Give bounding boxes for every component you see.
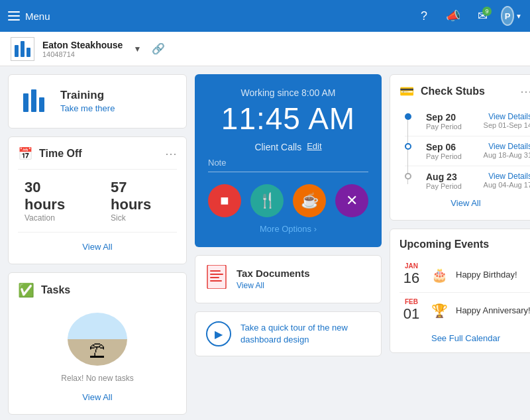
training-icon	[19, 85, 51, 117]
event-month: FEB	[399, 298, 423, 305]
svg-rect-7	[210, 270, 221, 272]
company-id: 14048714	[42, 50, 123, 58]
tax-view-all[interactable]: View All	[237, 281, 264, 290]
check-stubs-menu[interactable]: ⋯	[520, 84, 530, 99]
stub-info: Sep 06 Pay Period	[418, 142, 462, 160]
stub-view-details[interactable]: View Details	[484, 172, 530, 181]
coffee-button[interactable]: ☕	[293, 184, 326, 217]
link-icon[interactable]: 🔗	[152, 42, 165, 55]
clock-actions: ■ 🍴 ☕ ✕	[208, 184, 368, 217]
svg-rect-4	[31, 89, 36, 112]
left-column: Training Take me there 📅 Time Off ⋯ 30 h…	[8, 74, 187, 415]
check-stubs-view-all[interactable]: View All	[399, 195, 530, 211]
company-name: Eaton Steakhouse	[42, 40, 123, 50]
event-item: FEB 01 🏆 Happy Anniversary!	[399, 293, 530, 328]
megaphone-icon: 📣	[446, 9, 460, 23]
training-link[interactable]: Take me there	[60, 103, 115, 113]
right-column: 💳 Check Stubs ⋯ Sep 20 Pay Period View D…	[390, 74, 530, 415]
event-month: JAN	[399, 262, 423, 270]
stub-date: Sep 06	[426, 142, 462, 152]
company-dropdown[interactable]: ▼	[133, 44, 141, 54]
birthday-icon: 🎂	[431, 267, 448, 283]
megaphone-button[interactable]: 📣	[443, 5, 464, 26]
beach-illustration	[68, 313, 127, 366]
event-day: 16	[399, 270, 423, 287]
event-date: JAN 16	[399, 262, 423, 287]
stub-info: Sep 20 Pay Period	[418, 112, 462, 131]
training-card: Training Take me there	[8, 74, 187, 129]
stub-period-label: Pay Period	[426, 182, 462, 190]
see-full-calendar-link[interactable]: See Full Calendar	[399, 333, 530, 343]
clock-edit-link[interactable]: Edit	[307, 141, 321, 151]
event-text: Happy Anniversary!	[456, 305, 530, 315]
tasks-card: ✅ Tasks Relax! No new tasks View All	[8, 272, 187, 415]
x-button[interactable]: ✕	[335, 184, 368, 217]
working-since-label: Working since 8:00 AM	[241, 87, 336, 98]
sick-block: 57 hours Sick	[104, 176, 177, 225]
main-content: Training Take me there 📅 Time Off ⋯ 30 h…	[0, 66, 530, 420]
time-off-header: 📅 Time Off ⋯	[18, 146, 177, 161]
check-stubs-icon: 💳	[399, 84, 414, 99]
event-text: Happy Birthday!	[456, 270, 517, 280]
time-off-menu[interactable]: ⋯	[165, 146, 177, 161]
vacation-block: 30 hours Vacation	[18, 176, 91, 225]
more-options-link[interactable]: More Options ›	[260, 224, 317, 234]
stop-button[interactable]: ■	[208, 184, 241, 217]
stub-item: Aug 23 Pay Period View Details Aug 04-Au…	[405, 166, 530, 195]
company-info: Eaton Steakhouse 14048714	[42, 40, 123, 58]
svg-rect-5	[39, 97, 44, 112]
sick-hours: 57 hours	[111, 179, 170, 213]
stub-info: Aug 23 Pay Period	[418, 172, 462, 190]
tasks-view-all[interactable]: View All	[18, 390, 177, 405]
tasks-title: Tasks	[41, 284, 70, 296]
training-title: Training	[60, 89, 115, 102]
app-header: Menu ? 📣 ✉ 9 P ▼	[0, 0, 530, 32]
stub-period-label: Pay Period	[426, 123, 462, 131]
mail-button[interactable]: ✉ 9	[472, 5, 493, 26]
stub-view-details[interactable]: View Details	[484, 112, 530, 121]
check-stubs-header: 💳 Check Stubs ⋯	[399, 84, 530, 99]
help-icon: ?	[421, 9, 427, 23]
menu-button[interactable]: Menu	[8, 11, 50, 22]
clock-note-input[interactable]: Note	[208, 158, 368, 172]
stub-period-label: Pay Period	[426, 152, 462, 160]
stub-period: Aug 04-Aug 17	[484, 181, 530, 189]
svg-rect-10	[210, 280, 222, 282]
event-date: FEB 01	[399, 298, 423, 323]
stub-details: View Details Sep 01-Sep 14	[484, 112, 530, 129]
check-stubs-title: Check Stubs	[421, 85, 485, 97]
menu-label: Menu	[25, 11, 50, 22]
food-button[interactable]: 🍴	[250, 184, 284, 217]
tax-title: Tax Documents	[237, 268, 310, 279]
help-button[interactable]: ?	[413, 5, 435, 26]
company-logo	[11, 37, 34, 61]
stub-date: Sep 20	[426, 112, 462, 123]
tax-text: Tax Documents View All	[237, 268, 310, 291]
stub-details: View Details Aug 18-Aug 31	[484, 142, 530, 159]
vacation-label: Vacation	[25, 213, 55, 223]
stub-view-details[interactable]: View Details	[484, 142, 530, 151]
sick-label: Sick	[111, 213, 126, 223]
stub-period: Aug 18-Aug 31	[484, 151, 530, 159]
tour-card: ▶ Take a quick tour of the new dashboard…	[195, 311, 382, 356]
clock-activity-label: Client Calls	[254, 142, 301, 152]
svg-rect-2	[26, 48, 30, 57]
company-bar: Eaton Steakhouse 14048714 ▼ 🔗	[0, 32, 530, 66]
user-menu-button[interactable]: P ▼	[501, 5, 522, 26]
tour-play-button[interactable]: ▶	[206, 321, 231, 346]
tasks-empty-state: Relax! No new tasks	[18, 306, 177, 390]
tour-text[interactable]: Take a quick tour of the new dashboard d…	[240, 322, 370, 346]
svg-rect-0	[15, 45, 19, 57]
clock-card: Working since 8:00 AM 11:45 AM Client Ca…	[195, 74, 382, 247]
tasks-header: ✅ Tasks	[18, 282, 177, 298]
svg-rect-1	[21, 41, 25, 57]
checkmark-icon: ✅	[18, 282, 34, 298]
svg-rect-3	[23, 93, 28, 112]
vacation-hours: 30 hours	[25, 179, 84, 213]
time-off-view-all[interactable]: View All	[18, 239, 177, 254]
avatar: P	[501, 6, 514, 26]
training-text: Training Take me there	[60, 89, 115, 114]
clock-time: 11:45 AM	[221, 101, 355, 136]
hamburger-icon	[8, 11, 20, 21]
event-day: 01	[399, 305, 423, 323]
